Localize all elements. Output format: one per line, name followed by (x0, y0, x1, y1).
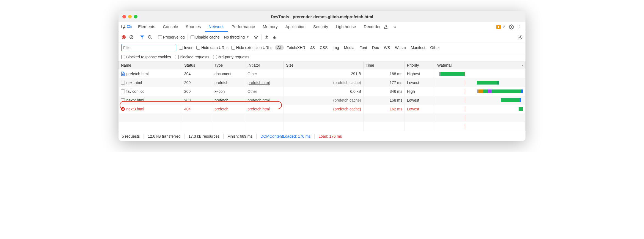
request-type: document (212, 69, 245, 78)
request-name: prefetch.html (121, 72, 180, 76)
upload-har-icon[interactable] (264, 35, 269, 40)
flask-icon (383, 25, 388, 29)
tab-memory[interactable]: Memory (259, 22, 282, 32)
table-row[interactable]: prefetch.html304documentOther291 B168 ms… (119, 69, 525, 78)
network-conditions-icon[interactable] (254, 35, 258, 40)
throttling-select[interactable]: No throttling▼ (222, 34, 251, 40)
column-initiator[interactable]: Initiator (245, 61, 284, 69)
search-icon[interactable] (147, 35, 152, 40)
filter-type-ws[interactable]: WS (382, 45, 392, 50)
filter-type-manifest[interactable]: Manifest (409, 45, 428, 50)
blocked-cookies-checkbox[interactable]: Blocked response cookies (121, 55, 171, 59)
tab-console[interactable]: Console (159, 22, 182, 32)
request-priority: High (405, 87, 435, 96)
record-icon[interactable] (121, 35, 126, 40)
request-waterfall (435, 78, 525, 87)
blocked-requests-checkbox[interactable]: Blocked requests (175, 55, 209, 59)
tab-elements[interactable]: Elements (134, 22, 159, 32)
filter-type-all[interactable]: All (275, 45, 284, 50)
separator (261, 34, 262, 40)
hide-data-urls-checkbox[interactable]: Hide data URLs (196, 45, 229, 50)
request-status: 200 (182, 96, 212, 105)
svg-line-7 (130, 36, 133, 38)
minimize-icon[interactable] (128, 15, 132, 18)
request-type: x-icon (212, 87, 245, 96)
settings-gear-icon[interactable] (509, 25, 514, 29)
column-priority[interactable]: Priority (405, 61, 435, 69)
third-party-checkbox[interactable]: 3rd-party requests (213, 55, 249, 59)
warning-count[interactable]: 2 (503, 25, 505, 29)
request-initiator: Other (245, 87, 284, 96)
request-initiator[interactable]: prefetch.html (245, 78, 284, 87)
warning-badge-icon[interactable]: ▮ (496, 25, 501, 29)
tab-sources[interactable]: Sources (182, 22, 205, 32)
request-type: prefetch (212, 105, 245, 113)
device-icon[interactable] (127, 25, 132, 29)
filter-bar: Invert Hide data URLs Hide extension URL… (119, 42, 525, 53)
svg-point-8 (148, 36, 151, 38)
column-status[interactable]: Status (182, 61, 212, 69)
tab-security[interactable]: Security (309, 22, 332, 32)
filter-type-css[interactable]: CSS (318, 45, 330, 50)
request-size: 291 B (284, 69, 364, 78)
disable-cache-checkbox[interactable]: Disable cache (191, 35, 220, 39)
svg-rect-1 (127, 25, 130, 28)
summary-dcl: DOMContentLoaded: 176 ms (260, 134, 310, 138)
devtools-window: DevTools - prerender-demos.glitch.me/pre… (119, 11, 525, 141)
preserve-log-checkbox[interactable]: Preserve log (158, 35, 185, 39)
request-status: 200 (182, 78, 212, 87)
request-name: ✕next3.html (121, 107, 180, 111)
filter-type-wasm[interactable]: Wasm (393, 45, 408, 50)
request-priority: Lowest (405, 105, 435, 113)
tab-performance[interactable]: Performance (228, 22, 259, 32)
filter-type-img[interactable]: Img (331, 45, 341, 50)
tab-application[interactable]: Application (282, 22, 309, 32)
zoom-icon[interactable] (134, 15, 137, 18)
filter-icon[interactable] (140, 35, 145, 40)
separator (155, 34, 155, 40)
summary-transferred: 12.6 kB transferred (148, 134, 180, 138)
panel-tabs: ElementsConsoleSourcesNetworkPerformance… (119, 22, 525, 32)
kebab-menu-icon[interactable]: ⋮ (515, 24, 523, 30)
request-name: next2.html (121, 98, 180, 102)
table-row[interactable]: next2.html200prefetchprefetch.html(prefe… (119, 96, 525, 105)
invert-checkbox[interactable]: Invert (179, 45, 194, 50)
download-har-icon[interactable] (272, 35, 277, 40)
request-priority: Lowest (405, 96, 435, 105)
request-time: 346 ms (364, 87, 405, 96)
table-row[interactable]: favicon.ico200x-iconOther6.0 kB346 msHig… (119, 87, 525, 96)
inspect-icon[interactable] (121, 25, 126, 29)
column-size[interactable]: Size (284, 61, 364, 69)
filter-type-media[interactable]: Media (342, 45, 357, 50)
hide-extension-urls-checkbox[interactable]: Hide extension URLs (231, 45, 273, 50)
filter-type-other[interactable]: Other (428, 45, 442, 50)
svg-point-3 (511, 26, 512, 28)
request-initiator[interactable]: prefetch.html (245, 105, 284, 113)
request-waterfall (435, 105, 525, 113)
table-row[interactable]: ✕next3.html404prefetchprefetch.html(pref… (119, 105, 525, 113)
table-row[interactable]: next.html200prefetchprefetch.html(prefet… (119, 78, 525, 87)
more-tabs-icon[interactable]: » (392, 25, 397, 29)
settings-gear-icon[interactable] (518, 35, 523, 40)
filter-type-js[interactable]: JS (308, 45, 317, 50)
close-icon[interactable] (122, 15, 126, 18)
tab-network[interactable]: Network (205, 22, 228, 32)
filter-type-font[interactable]: Font (357, 45, 369, 50)
request-initiator[interactable]: prefetch.html (245, 96, 284, 105)
column-time[interactable]: Time (364, 61, 405, 69)
request-waterfall (435, 96, 525, 105)
request-waterfall (435, 69, 525, 78)
column-waterfall[interactable]: Waterfall▲ (435, 61, 525, 69)
tab-recorder[interactable]: Recorder (360, 22, 385, 32)
request-name: favicon.ico (121, 89, 180, 94)
clear-icon[interactable] (129, 35, 134, 40)
column-name[interactable]: Name (119, 61, 182, 69)
filter-input[interactable] (121, 44, 176, 51)
requests-table: NameStatusTypeInitiatorSizeTimePriorityW… (119, 61, 525, 131)
request-size: 6.0 kB (284, 87, 364, 96)
column-type[interactable]: Type (212, 61, 245, 69)
request-size: (prefetch cache) (284, 78, 364, 87)
filter-type-doc[interactable]: Doc (370, 45, 381, 50)
tab-lighthouse[interactable]: Lighthouse (332, 22, 360, 32)
filter-type-fetch-xhr[interactable]: Fetch/XHR (284, 45, 307, 50)
